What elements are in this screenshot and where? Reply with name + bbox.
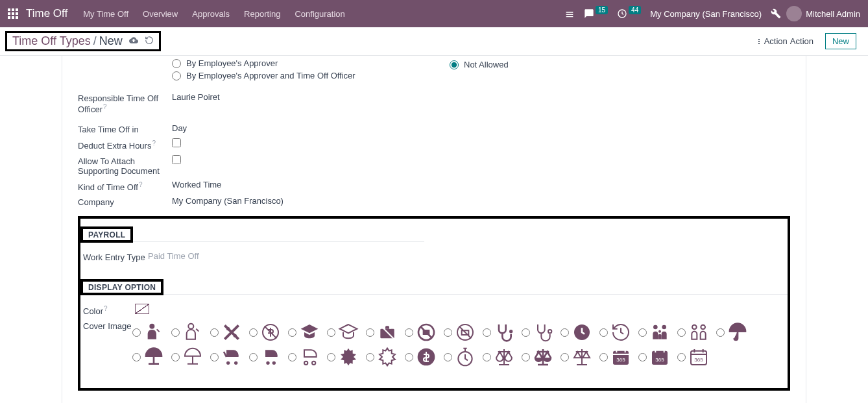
checkbox-attach[interactable] [172,155,181,164]
cover-radio-nosign2[interactable] [444,328,452,337]
cover-radio-umbrella-outline[interactable] [171,353,180,361]
svg-rect-3 [8,12,10,15]
history-icon [570,321,594,344]
apps-icon[interactable] [8,8,18,19]
umbrella2-icon [142,345,165,369]
svg-rect-2 [16,8,18,11]
nav-overview[interactable]: Overview [143,9,178,19]
cover-radio-extra-outline[interactable] [366,353,374,361]
radio-by-approver-officer[interactable] [172,71,181,80]
breadcrumb-root[interactable]: Time Off Types [12,34,91,48]
cover-radio-stroller-outline[interactable] [288,353,296,361]
label-not-allowed[interactable]: Not Allowed [464,60,509,69]
cover-radio-scales-outline[interactable] [483,353,491,361]
value-responsible[interactable]: Laurie Poiret [172,92,220,102]
svg-text:365: 365 [616,357,625,363]
cover-radio-umbrella-solid[interactable] [716,328,725,337]
label-by-approver[interactable]: By Employee's Approver [186,58,278,68]
svg-rect-4 [12,12,14,15]
svg-rect-0 [8,8,10,11]
top-nav: Time Off My Time Off Overview Approvals … [0,0,868,27]
label-color: Color? [83,304,135,316]
radio-not-allowed[interactable] [450,60,459,69]
value-company[interactable]: My Company (San Francisco) [172,196,283,206]
umbrella-outline-icon [181,345,204,369]
nav-mytimeoff[interactable]: My Time Off [83,9,128,19]
no-sign-icon [415,321,438,344]
app-brand[interactable]: Time Off [26,7,67,20]
cover-radio-cal365-solid2[interactable] [638,353,647,361]
value-wet[interactable]: Paid Time Off [148,251,199,261]
color-picker[interactable] [135,304,149,314]
company-switcher[interactable]: My Company (San Francisco) [650,9,762,19]
activities-badge: 44 [629,6,641,14]
no-sign-outline-icon [453,321,477,344]
scales2-icon [570,345,594,369]
cover-radio-nodollar-outline[interactable] [249,328,258,337]
cover-radio-scales-solid[interactable] [522,353,530,361]
cover-radio-nosign1[interactable] [405,328,413,337]
label-cover: Cover Image [83,320,135,331]
cover-radio-person-arm-outline[interactable] [171,328,180,337]
cover-radio-dollar-solid[interactable] [405,353,413,361]
value-takein[interactable]: Day [172,123,187,133]
cover-radio-history-outline[interactable] [599,328,608,337]
cover-radio-grad-outline[interactable] [327,328,335,337]
cover-radio-person-arm-solid[interactable] [132,328,141,337]
cover-radio-steth-outline[interactable] [522,328,530,337]
cover-radio-family-outline[interactable] [677,328,686,337]
new-button[interactable]: New [825,33,856,49]
activities-icon[interactable]: 44 [617,8,641,19]
form-sheet: By Employee's Approver By Employee's App… [62,56,806,403]
svg-rect-5 [16,12,18,15]
radio-by-approver[interactable] [172,59,181,68]
calendar-365-outline-icon: 365 [687,345,710,369]
label-by-approver-officer[interactable]: By Employee's Approver and Time Off Offi… [186,71,356,80]
nav-configuration[interactable]: Configuration [295,9,344,19]
cover-radio-steth-solid[interactable] [483,328,491,337]
stethoscope-outline-icon [531,321,555,344]
svg-point-28 [234,361,237,365]
svg-point-24 [658,330,661,333]
cover-radio-stroller-solid2[interactable] [249,353,258,361]
cover-radio-stopwatch-outline[interactable] [444,353,452,361]
label-deduct: Deduct Extra Hours? [78,138,172,151]
action-button[interactable]: Action Action [755,36,814,46]
discard-icon[interactable] [145,36,154,47]
avatar[interactable] [786,6,802,21]
nav-reporting[interactable]: Reporting [244,9,280,19]
cover-radio-history-solid[interactable] [561,328,569,337]
cover-radio-briefcase-off-solid[interactable] [366,328,374,337]
stethoscope-icon [492,321,516,344]
cover-radio-cal365-outline[interactable] [677,353,686,361]
action-label: Action [764,36,788,46]
messages-icon[interactable]: 15 [584,8,608,19]
cover-radio-extra-solid[interactable] [327,353,335,361]
cover-radio-umbrella-solid2[interactable] [132,353,141,361]
cover-radio-grad-solid[interactable] [288,328,296,337]
label-takein: Take Time Off in [78,123,172,134]
quick-create-icon[interactable] [564,8,575,19]
breadcrumb-current: New [99,34,123,48]
svg-point-20 [548,330,551,333]
label-kind: Kind of Time Off? [78,180,172,192]
cover-radio-crossed-dna[interactable] [210,328,219,337]
cover-radio-stroller-solid[interactable] [210,353,219,361]
svg-text:365: 365 [655,357,664,363]
stopwatch-icon [453,345,477,369]
checkbox-deduct[interactable] [172,138,181,147]
cloud-save-icon[interactable] [129,36,138,47]
value-kind[interactable]: Worked Time [172,180,221,189]
svg-point-26 [701,325,705,330]
briefcase-off-icon [376,321,399,344]
cover-radio-family-solid[interactable] [638,328,647,337]
umbrella-icon [726,321,749,344]
svg-point-13 [234,334,237,337]
dollar-icon [415,345,438,369]
user-name[interactable]: Mitchell Admin [806,9,860,19]
debug-icon[interactable] [771,8,781,19]
messages-badge: 15 [596,6,608,14]
cover-radio-cal365-solid[interactable] [599,353,608,361]
cover-radio-scales-outline2[interactable] [561,353,569,361]
nav-approvals[interactable]: Approvals [192,9,230,19]
